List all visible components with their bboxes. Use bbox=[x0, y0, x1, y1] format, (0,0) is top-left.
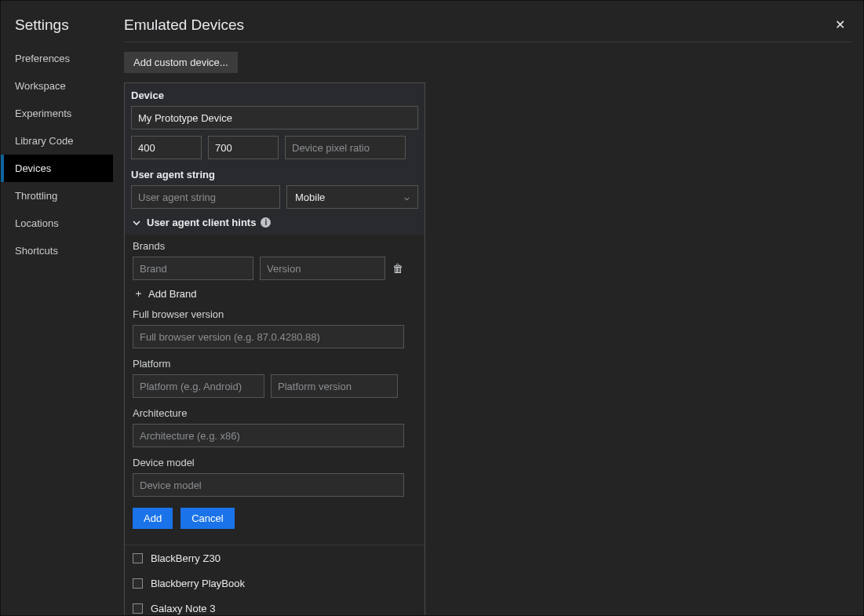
sidebar-item-label: Preferences bbox=[15, 53, 70, 64]
sidebar-item-label: Throttling bbox=[15, 190, 57, 202]
platform-label: Platform bbox=[133, 348, 417, 374]
checkbox[interactable] bbox=[133, 603, 143, 614]
checkbox[interactable] bbox=[133, 553, 143, 563]
chevron-down-icon: ⌵ bbox=[404, 192, 410, 202]
cancel-button[interactable]: Cancel bbox=[180, 508, 234, 529]
device-model-input[interactable] bbox=[133, 473, 404, 497]
plus-icon: ＋ bbox=[133, 286, 144, 301]
sidebar-item-experiments[interactable]: Experiments bbox=[1, 100, 113, 127]
platform-version-input[interactable] bbox=[271, 374, 398, 398]
device-section-label: Device bbox=[131, 89, 418, 106]
sidebar-item-locations[interactable]: Locations bbox=[1, 210, 113, 237]
page-title: Emulated Devices bbox=[124, 16, 244, 42]
main-panel: Emulated Devices ✕ Add custom device... … bbox=[113, 1, 863, 615]
ua-client-hints-label: User agent client hints bbox=[147, 217, 256, 228]
add-custom-device-button[interactable]: Add custom device... bbox=[124, 52, 238, 73]
device-dpr-input[interactable] bbox=[285, 136, 406, 159]
brand-version-input[interactable] bbox=[260, 257, 385, 280]
sidebar-item-label: Locations bbox=[15, 217, 59, 229]
device-list-label: BlackBerry Z30 bbox=[151, 552, 221, 564]
sidebar-item-library-code[interactable]: Library Code bbox=[1, 127, 113, 155]
device-height-input[interactable] bbox=[208, 136, 279, 159]
divider bbox=[124, 42, 852, 42]
sidebar-item-label: Shortcuts bbox=[15, 245, 58, 257]
checkbox[interactable] bbox=[133, 578, 143, 589]
full-browser-label: Full browser version bbox=[133, 304, 417, 325]
sidebar-item-label: Devices bbox=[15, 162, 51, 174]
device-list: BlackBerry Z30 Blackberry PlayBook Galax… bbox=[125, 545, 425, 615]
device-list-item[interactable]: BlackBerry Z30 bbox=[125, 545, 425, 570]
sidebar-item-label: Workspace bbox=[15, 80, 66, 92]
add-brand-button[interactable]: ＋ Add Brand bbox=[133, 280, 417, 304]
device-list-item[interactable]: Blackberry PlayBook bbox=[125, 570, 425, 596]
ua-string-input[interactable] bbox=[131, 185, 280, 209]
brand-input[interactable] bbox=[133, 257, 253, 280]
sidebar-item-devices[interactable]: Devices bbox=[1, 155, 113, 182]
device-width-input[interactable] bbox=[131, 136, 202, 159]
full-browser-version-input[interactable] bbox=[133, 325, 404, 348]
trash-icon[interactable]: 🗑 bbox=[392, 262, 404, 275]
sidebar-item-throttling[interactable]: Throttling bbox=[1, 182, 113, 210]
add-brand-label: Add Brand bbox=[148, 288, 196, 300]
ua-type-value: Mobile bbox=[295, 191, 325, 203]
close-icon[interactable]: ✕ bbox=[832, 16, 848, 32]
ua-client-hints-body: Brands 🗑 ＋ Add Brand Full browser versio… bbox=[125, 235, 425, 545]
device-list-label: Galaxy Note 3 bbox=[151, 603, 215, 614]
architecture-label: Architecture bbox=[133, 398, 417, 424]
architecture-input[interactable] bbox=[133, 424, 404, 447]
sidebar-item-preferences[interactable]: Preferences bbox=[1, 45, 113, 72]
sidebar-item-label: Library Code bbox=[15, 135, 73, 147]
device-list-label: Blackberry PlayBook bbox=[151, 578, 245, 589]
info-icon[interactable]: i bbox=[261, 217, 271, 228]
device-name-input[interactable] bbox=[131, 106, 418, 129]
add-button[interactable]: Add bbox=[133, 508, 173, 529]
sidebar-item-label: Experiments bbox=[15, 108, 71, 119]
device-model-label: Device model bbox=[133, 447, 417, 473]
sidebar-item-workspace[interactable]: Workspace bbox=[1, 72, 113, 100]
ua-type-select[interactable]: Mobile ⌵ bbox=[286, 185, 418, 209]
device-editor-card: Device User agent string Mobile ⌵ bbox=[124, 82, 425, 615]
chevron-down-icon bbox=[131, 217, 142, 228]
sidebar-title: Settings bbox=[1, 16, 113, 45]
sidebar: Settings Preferences Workspace Experimen… bbox=[1, 1, 113, 615]
ua-client-hints-toggle[interactable]: User agent client hints i bbox=[131, 209, 418, 231]
device-list-item[interactable]: Galaxy Note 3 bbox=[125, 596, 425, 615]
sidebar-item-shortcuts[interactable]: Shortcuts bbox=[1, 237, 113, 264]
brands-label: Brands bbox=[133, 240, 417, 257]
platform-input[interactable] bbox=[133, 374, 264, 398]
ua-section-label: User agent string bbox=[131, 159, 418, 185]
